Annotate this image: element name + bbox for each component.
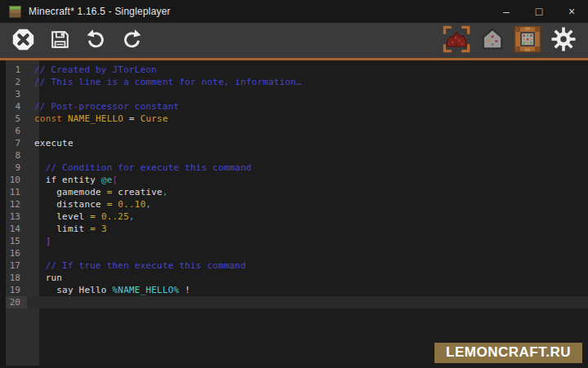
code-editor[interactable]: 1// Created by JTorLeon2// This line is … xyxy=(0,60,588,366)
interface-frame-icon xyxy=(514,25,541,55)
code-line[interactable]: 12 distance = 0..10, xyxy=(6,198,588,211)
maximize-button[interactable]: □ xyxy=(523,0,555,23)
code-line-content: execute xyxy=(27,137,588,149)
code-line[interactable]: 20 xyxy=(6,296,588,308)
minecraft-grass-block-icon xyxy=(9,6,21,18)
code-line-content: run xyxy=(27,272,588,284)
code-line[interactable]: 11 gamemode = creative, xyxy=(6,186,588,198)
home-house-icon xyxy=(480,27,505,54)
redo-button[interactable] xyxy=(121,29,143,53)
code-line[interactable]: 10 if entity @e[ xyxy=(6,174,588,186)
code-line-content xyxy=(27,149,588,162)
code-line[interactable]: 2// This line is a comment for note, inf… xyxy=(6,76,588,88)
code-line[interactable]: 1// Created by JTorLeon xyxy=(6,64,588,76)
code-line[interactable]: 3 xyxy=(6,88,588,100)
code-line[interactable]: 15 ] xyxy=(6,235,588,247)
line-number: 7 xyxy=(6,137,27,149)
code-line-content: // Post-processor constant xyxy=(27,100,588,113)
line-number: 3 xyxy=(6,88,27,100)
code-line[interactable]: 18 run xyxy=(6,272,588,284)
line-number: 19 xyxy=(6,284,27,296)
code-line-content: limit = 3 xyxy=(27,223,588,235)
code-line-content: const NAME_HELLO = Curse xyxy=(27,113,588,125)
code-line[interactable]: 8 xyxy=(6,149,588,162)
code-line-content: level = 0..25, xyxy=(27,211,588,223)
line-number: 11 xyxy=(6,186,27,198)
cancel-octagon-icon xyxy=(11,28,35,54)
redo-arrow-icon xyxy=(121,29,143,53)
code-line[interactable]: 4// Post-processor constant xyxy=(6,100,588,113)
toolbar-left-group xyxy=(11,28,143,54)
line-number: 9 xyxy=(6,162,27,174)
line-number: 18 xyxy=(6,272,27,284)
line-number: 17 xyxy=(6,259,27,272)
interface-frame-button[interactable] xyxy=(514,25,541,55)
line-number: 6 xyxy=(6,125,27,137)
code-line-content: // If true then execute this command xyxy=(27,259,588,272)
code-line[interactable]: 6 xyxy=(6,125,588,137)
line-number: 20 xyxy=(6,296,27,308)
line-number: 4 xyxy=(6,100,27,113)
app-window: Minecraft* 1.16.5 - Singleplayer – □ × xyxy=(0,0,588,368)
code-lines: 1// Created by JTorLeon2// This line is … xyxy=(6,64,588,308)
line-number: 5 xyxy=(6,113,27,125)
code-line-content: if entity @e[ xyxy=(27,174,588,186)
line-number: 8 xyxy=(6,149,27,162)
cancel-button[interactable] xyxy=(11,28,35,54)
undo-button[interactable] xyxy=(85,29,107,53)
line-number: 10 xyxy=(6,174,27,186)
undo-arrow-icon xyxy=(85,29,107,53)
redstone-target-icon xyxy=(442,24,471,56)
minimize-button[interactable]: – xyxy=(490,0,523,23)
settings-gear-icon xyxy=(550,26,577,55)
code-line[interactable]: 16 xyxy=(6,247,588,259)
code-line-content: say Hello %NAME_HELLO% ! xyxy=(27,284,588,296)
code-line-content: // Created by JTorLeon xyxy=(27,64,588,76)
window-title: Minecraft* 1.16.5 - Singleplayer xyxy=(29,6,171,17)
code-line-content: // Condition for execute this command xyxy=(27,162,588,174)
code-line-content xyxy=(27,247,588,259)
redstone-target-button[interactable] xyxy=(442,24,471,56)
close-button[interactable]: × xyxy=(555,0,588,23)
code-line-content: ] xyxy=(27,235,588,247)
code-line[interactable]: 13 level = 0..25, xyxy=(6,211,588,223)
code-line[interactable]: 19 say Hello %NAME_HELLO% ! xyxy=(6,284,588,296)
line-number: 12 xyxy=(6,198,27,211)
save-floppy-icon xyxy=(49,29,71,53)
code-line-content xyxy=(27,125,588,137)
code-line-content xyxy=(27,296,588,308)
code-line[interactable]: 7execute xyxy=(6,137,588,149)
line-number: 14 xyxy=(6,223,27,235)
line-number: 2 xyxy=(6,76,27,88)
titlebar: Minecraft* 1.16.5 - Singleplayer – □ × xyxy=(0,0,588,23)
code-line-content: gamemode = creative, xyxy=(27,186,588,198)
watermark: LEMONCRAFT.RU xyxy=(434,343,582,363)
toolbar-right-group xyxy=(442,24,577,56)
window-controls: – □ × xyxy=(490,0,588,23)
code-line-content: // This line is a comment for note, info… xyxy=(27,76,588,88)
settings-button[interactable] xyxy=(550,26,577,55)
home-button[interactable] xyxy=(480,27,505,54)
code-line-content xyxy=(27,88,588,100)
line-number: 1 xyxy=(6,64,27,76)
code-line-content: distance = 0..10, xyxy=(27,198,588,211)
code-line[interactable]: 14 limit = 3 xyxy=(6,223,588,235)
line-number: 13 xyxy=(6,211,27,223)
code-line[interactable]: 5const NAME_HELLO = Curse xyxy=(6,113,588,125)
code-line[interactable]: 9 // Condition for execute this command xyxy=(6,162,588,174)
line-number: 15 xyxy=(6,235,27,247)
code-line[interactable]: 17 // If true then execute this command xyxy=(6,259,588,272)
line-number: 16 xyxy=(6,247,27,259)
toolbar xyxy=(0,23,588,60)
save-button[interactable] xyxy=(49,29,71,53)
